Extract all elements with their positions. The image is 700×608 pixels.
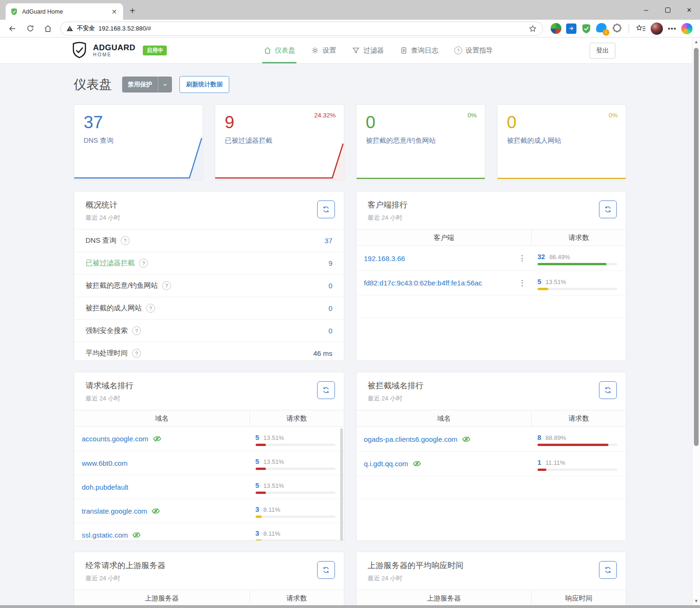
client-link[interactable]: 192.168.3.66 (364, 254, 405, 262)
adguard-logo[interactable]: ADGUARD HOME 启用中 (70, 41, 167, 60)
stat-card-dns-queries: 37 DNS 查询 (74, 104, 203, 180)
general-stats-panel: 概况统计 最近 24 小时 DNS 查询? 37 已被过滤器拦截? (74, 191, 344, 361)
column-header-requests[interactable]: 请求数 (531, 410, 626, 426)
column-header-response-time[interactable]: 响应时间 (531, 590, 626, 605)
column-header-upstream[interactable]: 上游服务器 (357, 590, 532, 605)
refresh-icon[interactable] (23, 22, 38, 36)
brand-name: ADGUARD (93, 44, 135, 52)
panel-refresh-button[interactable] (317, 381, 335, 399)
panel-refresh-button[interactable] (317, 200, 335, 218)
window-minimize-button[interactable]: ─ (635, 0, 657, 20)
setup-guide-help-icon: ? (454, 46, 462, 54)
domain-row: translate.google.com 38.11% (74, 499, 344, 523)
address-bar[interactable]: 不安全 192.168.3.52:880/# (60, 22, 543, 36)
home-icon[interactable] (40, 22, 55, 36)
adguard-header: ADGUARD HOME 启用中 仪表盘 设置 过滤器 (0, 38, 700, 64)
adguard-favicon (10, 8, 18, 15)
browser-titlebar: AdGuard Home ✕ + ─ ✕ (0, 0, 700, 20)
requests-bar (256, 468, 335, 470)
eye-off-icon[interactable] (462, 435, 471, 444)
back-icon[interactable] (5, 22, 20, 36)
idm-extension-icon[interactable] (551, 23, 561, 34)
nav-query-log[interactable]: 查询日志 (392, 38, 446, 63)
refresh-statistics-button[interactable]: 刷新统计数据 (179, 76, 229, 93)
extensions-cluster: ! ••• (548, 23, 695, 35)
brand-sub: HOME (93, 52, 135, 57)
column-header-upstream[interactable]: 上游服务器 (74, 590, 249, 605)
domain-link[interactable]: accounts.google.com (82, 435, 148, 443)
column-header-client[interactable]: 客户端 (357, 230, 532, 246)
browser-tab[interactable]: AdGuard Home ✕ (6, 3, 123, 20)
tab-title: AdGuard Home (22, 8, 106, 15)
eye-off-icon[interactable] (132, 531, 141, 539)
settings-gear-icon (311, 46, 319, 54)
extensions-puzzle-icon[interactable] (612, 23, 622, 33)
panel-refresh-button[interactable] (317, 561, 335, 579)
stat-card-blocked-malware: 0 被拦截的恶意/钓鱼网站 0% (356, 104, 485, 180)
nav-dashboard[interactable]: 仪表盘 (256, 38, 303, 63)
eye-off-icon[interactable] (153, 434, 162, 443)
column-header-requests[interactable]: 请求数 (531, 230, 626, 246)
window-maximize-button[interactable] (657, 0, 678, 20)
logout-button[interactable]: 登出 (590, 43, 615, 59)
profile-avatar[interactable] (651, 23, 663, 35)
sparkline-green (356, 133, 485, 180)
client-link[interactable]: fd82:d17c:9c43:0:62be:b4ff:fe1a:56ac (364, 279, 482, 287)
page-scrollbar[interactable]: ▲ ▼ (692, 38, 700, 605)
domain-link[interactable]: q.i.gdt.qq.com (364, 460, 408, 468)
client-row: fd82:d17c:9c43:0:62be:b4ff:fe1a:56ac 513… (357, 270, 626, 295)
domain-link[interactable]: translate.google.com (82, 507, 147, 515)
help-icon[interactable]: ? (162, 281, 171, 290)
help-icon[interactable]: ? (146, 304, 155, 313)
scroll-down-arrow[interactable]: ▼ (692, 599, 700, 603)
sparkline-gold (497, 133, 626, 180)
column-header-requests[interactable]: 请求数 (249, 410, 344, 426)
eye-off-icon[interactable] (151, 507, 160, 516)
security-label[interactable]: 不安全 (77, 24, 95, 32)
help-icon[interactable]: ? (132, 326, 141, 335)
nav-setup-guide[interactable]: ? 设置指导 (446, 38, 501, 63)
requests-bar (537, 469, 617, 471)
scroll-up-arrow[interactable]: ▲ (692, 39, 700, 44)
window-arrow-extension-icon[interactable] (566, 23, 576, 34)
kebab-menu-icon[interactable] (520, 278, 525, 288)
domain-link[interactable]: ssl.gstatic.com (82, 531, 128, 539)
window-close-button[interactable]: ✕ (678, 0, 700, 20)
favorites-bar-icon[interactable] (636, 24, 646, 33)
table-scrollbar[interactable] (340, 428, 343, 541)
nav-settings[interactable]: 设置 (303, 38, 344, 63)
kebab-menu-icon[interactable] (520, 253, 525, 263)
browser-menu-icon[interactable]: ••• (668, 24, 677, 32)
panel-refresh-button[interactable] (599, 381, 617, 399)
tab-close-icon[interactable]: ✕ (110, 8, 118, 15)
requests-bar (537, 288, 617, 290)
column-header-domain[interactable]: 域名 (74, 410, 249, 426)
panel-refresh-button[interactable] (599, 561, 617, 579)
scrollbar-thumb[interactable] (694, 48, 699, 446)
new-tab-button[interactable]: + (130, 6, 135, 16)
bookmark-star-icon[interactable] (529, 24, 537, 33)
top-domains-panel: 请求域名排行 最近 24 小时 域名 请求数 accounts.goo (74, 372, 344, 541)
column-header-requests[interactable]: 请求数 (249, 590, 344, 605)
dashboard-home-icon (264, 46, 272, 54)
panel-refresh-button[interactable] (599, 200, 617, 218)
nav-filters[interactable]: 过滤器 (344, 38, 392, 63)
adguard-extension-icon[interactable] (581, 23, 591, 34)
window-bottom-edge (0, 605, 700, 608)
stat-card-blocked-by-filters: 9 已被过滤器拦截 24.32% (215, 104, 344, 180)
help-icon[interactable]: ? (121, 236, 130, 245)
empty-row (357, 295, 626, 318)
chevron-down-icon[interactable] (158, 77, 172, 92)
disable-protection-button[interactable]: 禁用保护 (122, 77, 172, 92)
domain-link[interactable]: ogads-pa.clients6.google.com (364, 435, 458, 443)
panel-subtitle: 最近 24 小时 (86, 574, 333, 583)
bird-extension-icon[interactable]: ! (596, 23, 607, 34)
help-icon[interactable]: ? (132, 349, 141, 358)
copilot-icon[interactable] (681, 23, 692, 34)
domain-link[interactable]: www.6bt0.com (82, 459, 128, 467)
column-header-domain[interactable]: 域名 (357, 410, 532, 426)
url-text[interactable]: 192.168.3.52:880/# (99, 25, 525, 32)
domain-link[interactable]: doh.pubdefault (82, 483, 128, 491)
eye-off-icon[interactable] (412, 459, 421, 468)
help-icon[interactable]: ? (139, 259, 148, 268)
